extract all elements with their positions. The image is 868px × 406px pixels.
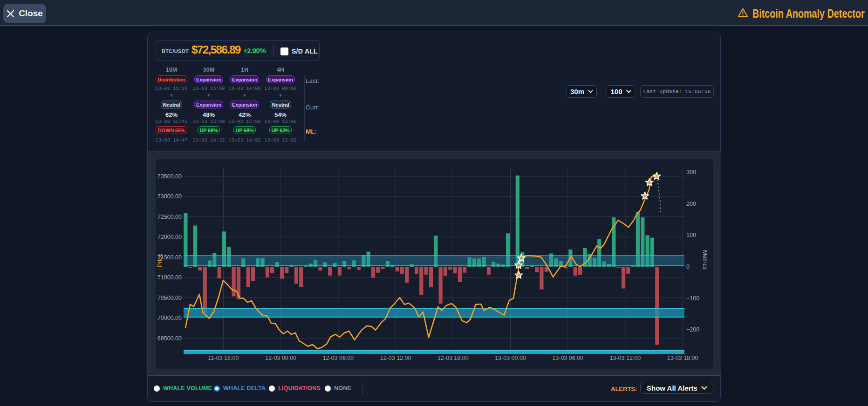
svg-text:73000.00: 73000.00 — [157, 193, 182, 200]
svg-text:13-03 12:00: 13-03 12:00 — [610, 355, 641, 361]
svg-text:72500.00: 72500.00 — [157, 214, 182, 220]
svg-text:70500.00: 70500.00 — [157, 295, 182, 301]
svg-text:73500.00: 73500.00 — [157, 173, 182, 180]
svg-text:100: 100 — [686, 232, 696, 238]
svg-text:70000.00: 70000.00 — [157, 315, 182, 321]
svg-text:12-03 06:00: 12-03 06:00 — [323, 355, 354, 361]
svg-text:71000.00: 71000.00 — [157, 274, 182, 281]
svg-text:13-03 18:00: 13-03 18:00 — [667, 355, 698, 361]
svg-text:−200: −200 — [686, 326, 699, 333]
svg-text:200: 200 — [686, 201, 696, 207]
svg-text:12-03 18:00: 12-03 18:00 — [437, 355, 469, 361]
svg-text:12-03 12:00: 12-03 12:00 — [380, 355, 411, 361]
svg-text:−100: −100 — [686, 295, 699, 302]
svg-text:0: 0 — [686, 264, 690, 270]
svg-text:13-03 06:00: 13-03 06:00 — [552, 355, 583, 361]
svg-text:300: 300 — [686, 169, 696, 176]
svg-text:11-03 18:00: 11-03 18:00 — [208, 355, 239, 361]
svg-text:13-03 00:00: 13-03 00:00 — [495, 355, 526, 361]
svg-text:Metrics: Metrics — [702, 250, 709, 270]
svg-text:12-03 00:00: 12-03 00:00 — [265, 355, 296, 361]
svg-text:69500.00: 69500.00 — [157, 335, 182, 342]
svg-text:Price: Price — [156, 253, 163, 267]
svg-text:72000.00: 72000.00 — [157, 234, 182, 240]
